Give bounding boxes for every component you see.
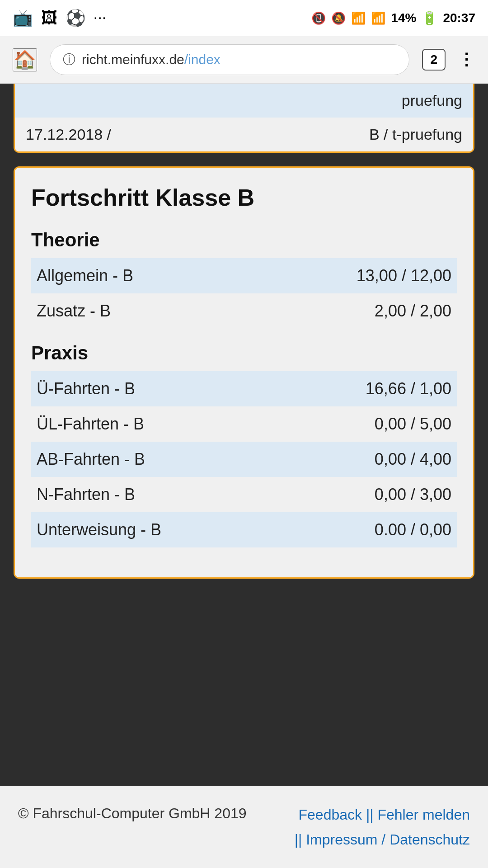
zusatz-label: Zusatz - B xyxy=(31,293,246,329)
fehler-melden-link[interactable]: Fehler melden xyxy=(377,807,470,823)
home-button[interactable]: 🏠 xyxy=(13,48,37,71)
praxis-section-title: Praxis xyxy=(31,342,457,364)
unterweisung-label: Unterweisung - B xyxy=(31,512,280,547)
url-domain: richt.meinfuxx.de xyxy=(82,52,184,67)
unterweisung-value: 0.00 / 0,00 xyxy=(280,512,457,547)
tv-icon: 📺 xyxy=(13,9,33,28)
url-path: /index xyxy=(184,52,221,67)
url-display: richt.meinfuxx.de/index xyxy=(82,52,221,67)
address-bar[interactable]: ⓘ richt.meinfuxx.de/index xyxy=(50,44,409,75)
mute-icon: 🔕 xyxy=(331,11,346,25)
theorie-section-title: Theorie xyxy=(31,229,457,251)
footer: © Fahrschul-Computer GmbH 2019 Feedback … xyxy=(0,786,488,868)
table-row: N-Fahrten - B 0,00 / 3,00 xyxy=(31,477,457,512)
signal-icon: 📶 xyxy=(371,11,385,25)
date-cell: 17.12.2018 / xyxy=(26,126,369,143)
info-icon: ⓘ xyxy=(63,51,75,68)
uel-fahrten-value: 0,00 / 5,00 xyxy=(280,406,457,442)
more-icon: ··· xyxy=(94,12,107,24)
image-icon: 🖼 xyxy=(41,9,57,28)
ab-fahrten-value: 0,00 / 4,00 xyxy=(280,442,457,477)
ball-icon: ⚽ xyxy=(66,9,86,28)
zusatz-value: 2,00 / 2,00 xyxy=(246,293,457,329)
n-fahrten-value: 0,00 / 3,00 xyxy=(280,477,457,512)
separator-1: || xyxy=(366,807,374,823)
praxis-table: Ü-Fahrten - B 16,66 / 1,00 ÜL-Fahrten - … xyxy=(31,371,457,547)
status-bar: 📺 🖼 ⚽ ··· 📵 🔕 📶 📶 14% 🔋 20:37 xyxy=(0,0,488,36)
battery-icon: 🔋 xyxy=(422,11,437,26)
table-row: Unterweisung - B 0.00 / 0,00 xyxy=(31,512,457,547)
fortschritt-card: Fortschritt Klasse B Theorie Allgemein -… xyxy=(14,166,474,579)
alarm-icon: 📵 xyxy=(311,11,326,25)
feedback-link[interactable]: Feedback xyxy=(299,807,362,823)
status-right-info: 📵 🔕 📶 📶 14% 🔋 20:37 xyxy=(311,11,475,26)
browser-chrome: 🏠 ⓘ richt.meinfuxx.de/index 2 ⋮ xyxy=(0,36,488,84)
table-row: 17.12.2018 / B / t-pruefung xyxy=(15,118,473,151)
card-inner: Fortschritt Klasse B Theorie Allgemein -… xyxy=(15,168,473,577)
value-cell: B / t-pruefung xyxy=(369,126,462,143)
browser-more-button[interactable]: ⋮ xyxy=(458,50,475,69)
ue-fahrten-value: 16,66 / 1,00 xyxy=(280,371,457,406)
footer-links: Feedback || Fehler melden || Impressum /… xyxy=(295,802,470,852)
uel-fahrten-label: ÜL-Fahrten - B xyxy=(31,406,280,442)
partial-card: pruefung 17.12.2018 / B / t-pruefung xyxy=(14,84,474,153)
table-row: Ü-Fahrten - B 16,66 / 1,00 xyxy=(31,371,457,406)
card-title: Fortschritt Klasse B xyxy=(31,184,457,211)
impressum-link[interactable]: Impressum / Datenschutz xyxy=(306,831,470,848)
allgemein-label: Allgemein - B xyxy=(31,258,246,293)
ab-fahrten-label: AB-Fahrten - B xyxy=(31,442,280,477)
table-row: Allgemein - B 13,00 / 12,00 xyxy=(31,258,457,293)
battery-level: 14% xyxy=(391,11,416,25)
pruefung-header: pruefung xyxy=(402,92,462,109)
ue-fahrten-label: Ü-Fahrten - B xyxy=(31,371,280,406)
status-left-icons: 📺 🖼 ⚽ ··· xyxy=(13,9,107,28)
table-row: Zusatz - B 2,00 / 2,00 xyxy=(31,293,457,329)
theorie-table: Allgemein - B 13,00 / 12,00 Zusatz - B 2… xyxy=(31,258,457,329)
n-fahrten-label: N-Fahrten - B xyxy=(31,477,280,512)
separator-2: || xyxy=(295,831,302,848)
wifi-icon: 📶 xyxy=(351,11,366,25)
clock: 20:37 xyxy=(443,11,475,25)
partial-header-row: pruefung xyxy=(15,84,473,118)
tab-count-badge[interactable]: 2 xyxy=(422,49,446,71)
table-row: ÜL-Fahrten - B 0,00 / 5,00 xyxy=(31,406,457,442)
table-row: AB-Fahrten - B 0,00 / 4,00 xyxy=(31,442,457,477)
allgemein-value: 13,00 / 12,00 xyxy=(246,258,457,293)
page-content: pruefung 17.12.2018 / B / t-pruefung For… xyxy=(0,84,488,786)
footer-copyright: © Fahrschul-Computer GmbH 2019 xyxy=(18,802,247,824)
